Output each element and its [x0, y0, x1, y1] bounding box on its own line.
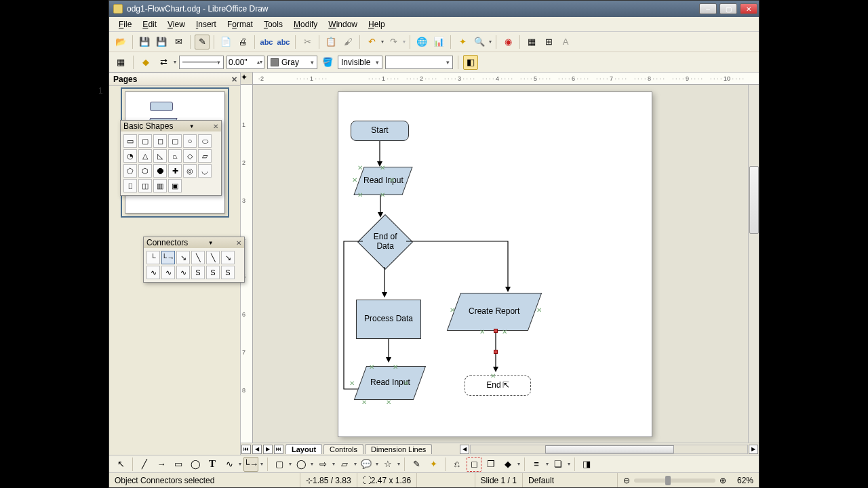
chart-icon[interactable]: 📊 — [431, 35, 446, 49]
save-icon[interactable]: 💾 — [137, 35, 152, 49]
autospell-icon[interactable]: abc — [276, 35, 291, 49]
fill-color-dropdown[interactable]: ▾ — [385, 56, 453, 69]
redo-icon[interactable]: ↷ — [386, 35, 401, 49]
fill-type-dropdown[interactable]: Invisible▾ — [338, 56, 382, 69]
tab-layout[interactable]: Layout — [285, 444, 322, 454]
help-icon[interactable]: ◉ — [500, 35, 515, 49]
shape-ellipse-icon[interactable]: ⬭ — [198, 134, 212, 148]
connector-curve2-icon[interactable]: ∿ — [161, 266, 175, 279]
first-page-button[interactable]: ⏮ — [241, 445, 251, 454]
last-page-button[interactable]: ⏭ — [274, 445, 283, 454]
menu-file[interactable]: File — [113, 18, 137, 30]
email-icon[interactable]: ✉ — [171, 35, 186, 49]
edit-mode-icon[interactable]: ✎ — [195, 35, 210, 49]
menu-modify[interactable]: Modify — [288, 18, 323, 30]
align-icon[interactable]: ≡ — [529, 457, 544, 472]
shape-create-report[interactable]: Create Report — [447, 293, 542, 331]
hscroll-thumb[interactable] — [545, 445, 674, 453]
curve-tool-icon[interactable]: ∿ — [222, 457, 237, 472]
print-icon[interactable]: 🖨 — [235, 35, 250, 49]
format-paint-icon[interactable]: 🖌 — [340, 35, 355, 49]
to-curve-icon[interactable]: ⎌ — [450, 457, 465, 472]
canvas-viewport[interactable]: Start Read Input ✕ ✕ ✕ ✕ ✕ ✕ — [253, 85, 748, 443]
menu-tools[interactable]: Tools — [258, 18, 288, 30]
shape-folded-icon[interactable]: ▥ — [153, 179, 167, 192]
palette-dropdown-icon[interactable]: ▼ — [208, 240, 214, 246]
grid-icon[interactable]: ▦ — [524, 35, 539, 49]
shape-square-icon[interactable]: ◻ — [153, 134, 167, 148]
shape-octagon-icon[interactable]: ⯃ — [153, 164, 167, 178]
shape-pie-icon[interactable]: ◔ — [123, 149, 137, 163]
shape-cylinder-icon[interactable]: ⌷ — [123, 179, 137, 192]
zoom-out-icon[interactable]: ⊖ — [623, 476, 630, 485]
stars-icon[interactable]: ☆ — [380, 457, 395, 472]
horizontal-scrollbar[interactable] — [470, 445, 748, 454]
menu-window[interactable]: Window — [323, 18, 363, 30]
pointer-tool-icon[interactable]: ↖ — [113, 457, 128, 472]
zoom-tool-icon[interactable]: 🔍 — [472, 35, 487, 49]
zoom-percent[interactable]: 62% — [732, 473, 759, 487]
basic-shapes-tool-icon[interactable]: ▢ — [272, 457, 287, 472]
maximize-button[interactable]: ▢ — [719, 3, 737, 14]
next-page-button[interactable]: ▶ — [263, 445, 273, 454]
rect-tool-icon[interactable]: ▭ — [171, 457, 186, 472]
menu-help[interactable]: Help — [363, 18, 391, 30]
connector-arrow-icon[interactable]: ↘ — [176, 251, 190, 264]
paste-icon[interactable]: 📋 — [323, 35, 338, 49]
shape-rounded-rect-icon[interactable]: ▢ — [138, 134, 152, 148]
shape-frame-icon[interactable]: ▣ — [168, 179, 182, 192]
drawing-page[interactable]: Start Read Input ✕ ✕ ✕ ✕ ✕ ✕ — [338, 92, 652, 437]
menu-edit[interactable]: Edit — [137, 18, 162, 30]
scrollbar-thumb[interactable] — [749, 166, 759, 234]
line-tool-icon[interactable]: ╱ — [137, 457, 152, 472]
line-style-dropdown[interactable]: ▾ — [179, 56, 224, 69]
connector-s3-icon[interactable]: S — [221, 266, 235, 279]
tab-controls[interactable]: Controls — [323, 444, 363, 454]
saveas-icon[interactable]: 💾 — [154, 35, 169, 49]
shape-circle-icon[interactable]: ○ — [183, 134, 197, 148]
connectors-palette[interactable]: Connectors ▼ ✕ └ └→ ↘ ╲ ╲ ↘ ∿ ∿ ∿ — [143, 237, 245, 283]
snap-icon[interactable]: ⊞ — [541, 35, 556, 49]
connector-s2-icon[interactable]: S — [206, 266, 220, 279]
zoom-in-icon[interactable]: ⊕ — [719, 476, 726, 485]
shape-rect-icon[interactable]: ▭ — [123, 134, 137, 148]
flowchart-shapes-icon[interactable]: ▱ — [337, 457, 352, 472]
connector-straight-arrow-icon[interactable]: └→ — [161, 251, 175, 264]
shape-process-data[interactable]: Process Data — [356, 300, 421, 339]
extrusion-icon[interactable]: ◨ — [579, 457, 594, 472]
callouts-icon[interactable]: 💬 — [359, 457, 374, 472]
menu-insert[interactable]: Insert — [191, 18, 222, 30]
zoom-slider[interactable] — [634, 479, 715, 483]
hscroll-right-button[interactable]: ▶ — [749, 445, 758, 454]
shape-triangle-icon[interactable]: △ — [138, 149, 152, 163]
basic-shapes-palette[interactable]: Basic Shapes ▼ ✕ ▭ ▢ ◻ ▢ ○ ⬭ ◔ △ ◺ — [120, 120, 222, 196]
shape-right-triangle-icon[interactable]: ◺ — [153, 149, 167, 163]
prev-page-button[interactable]: ◀ — [252, 445, 262, 454]
effects-icon[interactable]: ◆ — [500, 457, 515, 472]
shape-pentagon-icon[interactable]: ⬠ — [123, 164, 137, 178]
block-arrows-icon[interactable]: ⇨ — [315, 457, 330, 472]
cut-icon[interactable]: ✂ — [300, 35, 315, 49]
shape-hexagon-icon[interactable]: ⬡ — [138, 164, 152, 178]
connector-s-icon[interactable]: S — [191, 266, 205, 279]
shape-start[interactable]: Start — [351, 121, 409, 141]
line-color-dropdown[interactable]: Gray▾ — [267, 56, 317, 69]
shape-diamond-icon[interactable]: ◇ — [183, 149, 197, 163]
navigator-icon[interactable]: ✦ — [455, 35, 470, 49]
connector-line-arrow-icon[interactable]: ↘ — [221, 251, 235, 264]
shape-end-of-data[interactable]: End of Data — [357, 214, 413, 270]
shape-ring-icon[interactable]: ◎ — [183, 164, 197, 178]
tab-dimension-lines[interactable]: Dimension Lines — [365, 444, 432, 454]
ellipse-tool-icon[interactable]: ◯ — [188, 457, 203, 472]
menu-format[interactable]: Format — [222, 18, 258, 30]
symbol-shapes-icon[interactable]: ◯ — [294, 457, 309, 472]
connector-tool-icon[interactable]: └→ — [243, 457, 258, 472]
connector-line-icon[interactable]: ╲ — [191, 251, 205, 264]
connector-handle[interactable] — [494, 329, 498, 333]
shape-rounded-square-icon[interactable]: ▢ — [168, 134, 182, 148]
connector-handle[interactable] — [494, 350, 498, 354]
shadow-icon[interactable]: ◧ — [463, 55, 478, 70]
font-color-icon[interactable]: A — [558, 35, 573, 49]
shape-trapezoid-icon[interactable]: ⏢ — [168, 149, 182, 163]
undo-icon[interactable]: ↶ — [364, 35, 379, 49]
